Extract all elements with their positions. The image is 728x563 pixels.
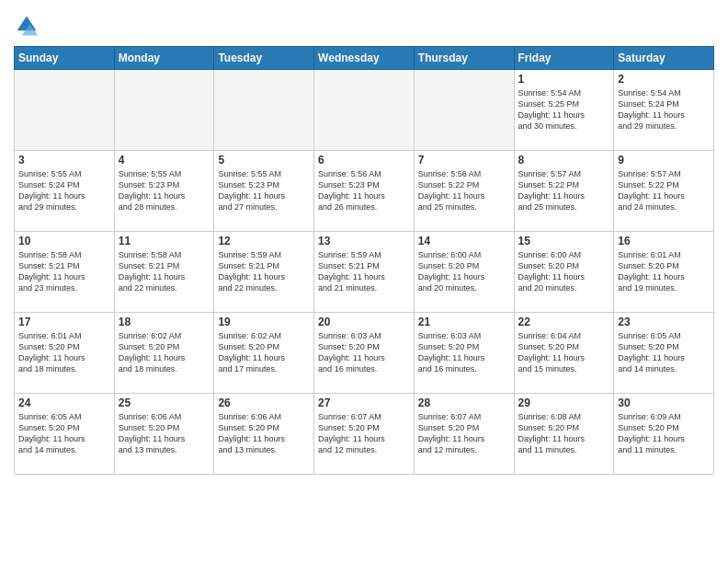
day-info: Sunrise: 6:05 AM Sunset: 5:20 PM Dayligh… — [18, 411, 110, 456]
calendar-cell: 24Sunrise: 6:05 AM Sunset: 5:20 PM Dayli… — [15, 394, 115, 475]
day-info: Sunrise: 6:06 AM Sunset: 5:20 PM Dayligh… — [218, 411, 310, 456]
calendar-cell: 27Sunrise: 6:07 AM Sunset: 5:20 PM Dayli… — [314, 394, 415, 475]
day-info: Sunrise: 6:05 AM Sunset: 5:20 PM Dayligh… — [618, 330, 710, 375]
day-info: Sunrise: 5:57 AM Sunset: 5:22 PM Dayligh… — [618, 168, 710, 213]
day-number: 20 — [318, 316, 410, 328]
weekday-header-tuesday: Tuesday — [214, 47, 314, 70]
calendar-cell: 8Sunrise: 5:57 AM Sunset: 5:22 PM Daylig… — [514, 151, 614, 232]
calendar-cell: 5Sunrise: 5:55 AM Sunset: 5:23 PM Daylig… — [214, 151, 314, 232]
day-number: 8 — [518, 154, 610, 167]
day-info: Sunrise: 5:54 AM Sunset: 5:24 PM Dayligh… — [618, 87, 710, 132]
day-info: Sunrise: 5:56 AM Sunset: 5:23 PM Dayligh… — [318, 168, 410, 213]
day-number: 29 — [518, 396, 610, 409]
calendar-cell: 22Sunrise: 6:04 AM Sunset: 5:20 PM Dayli… — [514, 313, 614, 394]
day-info: Sunrise: 6:08 AM Sunset: 5:20 PM Dayligh… — [518, 411, 610, 456]
day-info: Sunrise: 5:58 AM Sunset: 5:21 PM Dayligh… — [18, 249, 110, 294]
header — [14, 9, 714, 39]
day-info: Sunrise: 6:04 AM Sunset: 5:20 PM Dayligh… — [518, 330, 610, 375]
day-number: 16 — [618, 235, 710, 247]
day-info: Sunrise: 5:54 AM Sunset: 5:25 PM Dayligh… — [518, 87, 610, 132]
day-number: 18 — [119, 316, 210, 328]
weekday-header-wednesday: Wednesday — [314, 47, 415, 70]
calendar-cell: 17Sunrise: 6:01 AM Sunset: 5:20 PM Dayli… — [15, 313, 115, 394]
day-info: Sunrise: 5:55 AM Sunset: 5:23 PM Dayligh… — [218, 168, 310, 213]
logo — [14, 13, 43, 39]
day-info: Sunrise: 5:55 AM Sunset: 5:24 PM Dayligh… — [18, 168, 110, 213]
calendar-cell: 23Sunrise: 6:05 AM Sunset: 5:20 PM Dayli… — [614, 313, 714, 394]
day-info: Sunrise: 5:59 AM Sunset: 5:21 PM Dayligh… — [318, 249, 410, 294]
day-info: Sunrise: 6:03 AM Sunset: 5:20 PM Dayligh… — [418, 330, 510, 375]
calendar-cell: 16Sunrise: 6:01 AM Sunset: 5:20 PM Dayli… — [614, 232, 714, 313]
calendar-week-2: 3Sunrise: 5:55 AM Sunset: 5:24 PM Daylig… — [15, 151, 714, 232]
day-info: Sunrise: 5:59 AM Sunset: 5:21 PM Dayligh… — [218, 249, 310, 294]
calendar-cell: 1Sunrise: 5:54 AM Sunset: 5:25 PM Daylig… — [514, 70, 614, 151]
calendar-cell: 28Sunrise: 6:07 AM Sunset: 5:20 PM Dayli… — [414, 394, 514, 475]
day-info: Sunrise: 6:03 AM Sunset: 5:20 PM Dayligh… — [318, 330, 410, 375]
calendar-cell: 18Sunrise: 6:02 AM Sunset: 5:20 PM Dayli… — [114, 313, 214, 394]
logo-icon — [14, 13, 40, 39]
weekday-header-saturday: Saturday — [614, 47, 714, 70]
calendar-cell: 14Sunrise: 6:00 AM Sunset: 5:20 PM Dayli… — [414, 232, 514, 313]
day-info: Sunrise: 6:00 AM Sunset: 5:20 PM Dayligh… — [418, 249, 510, 294]
calendar-cell: 26Sunrise: 6:06 AM Sunset: 5:20 PM Dayli… — [214, 394, 314, 475]
day-number: 28 — [418, 396, 510, 409]
day-number: 26 — [218, 396, 310, 409]
calendar-cell: 3Sunrise: 5:55 AM Sunset: 5:24 PM Daylig… — [15, 151, 115, 232]
day-number: 6 — [318, 154, 410, 167]
day-info: Sunrise: 6:01 AM Sunset: 5:20 PM Dayligh… — [18, 330, 110, 375]
day-number: 30 — [618, 396, 710, 409]
day-number: 25 — [119, 396, 210, 409]
page: SundayMondayTuesdayWednesdayThursdayFrid… — [0, 0, 728, 563]
calendar-cell: 11Sunrise: 5:58 AM Sunset: 5:21 PM Dayli… — [114, 232, 214, 313]
day-number: 24 — [18, 396, 110, 409]
weekday-header-monday: Monday — [114, 47, 214, 70]
calendar-cell: 21Sunrise: 6:03 AM Sunset: 5:20 PM Dayli… — [414, 313, 514, 394]
calendar-week-5: 24Sunrise: 6:05 AM Sunset: 5:20 PM Dayli… — [15, 394, 714, 475]
calendar-cell: 9Sunrise: 5:57 AM Sunset: 5:22 PM Daylig… — [614, 151, 714, 232]
day-info: Sunrise: 5:58 AM Sunset: 5:21 PM Dayligh… — [119, 249, 210, 294]
calendar-week-1: 1Sunrise: 5:54 AM Sunset: 5:25 PM Daylig… — [15, 70, 714, 151]
day-number: 4 — [119, 154, 210, 167]
day-info: Sunrise: 6:01 AM Sunset: 5:20 PM Dayligh… — [618, 249, 710, 294]
day-number: 3 — [18, 154, 110, 167]
calendar-table: SundayMondayTuesdayWednesdayThursdayFrid… — [14, 46, 714, 475]
weekday-header-row: SundayMondayTuesdayWednesdayThursdayFrid… — [15, 47, 714, 70]
calendar-cell: 15Sunrise: 6:00 AM Sunset: 5:20 PM Dayli… — [514, 232, 614, 313]
day-info: Sunrise: 5:57 AM Sunset: 5:22 PM Dayligh… — [518, 168, 610, 213]
day-number: 15 — [518, 235, 610, 247]
day-number: 17 — [18, 316, 110, 328]
calendar-cell — [414, 70, 514, 151]
day-number: 9 — [618, 154, 710, 167]
day-number: 10 — [18, 235, 110, 247]
weekday-header-sunday: Sunday — [15, 47, 115, 70]
day-number: 23 — [618, 316, 710, 328]
day-number: 14 — [418, 235, 510, 247]
calendar-cell: 19Sunrise: 6:02 AM Sunset: 5:20 PM Dayli… — [214, 313, 314, 394]
day-number: 2 — [618, 73, 710, 86]
calendar-cell: 29Sunrise: 6:08 AM Sunset: 5:20 PM Dayli… — [514, 394, 614, 475]
calendar-cell: 12Sunrise: 5:59 AM Sunset: 5:21 PM Dayli… — [214, 232, 314, 313]
calendar-cell — [114, 70, 214, 151]
day-info: Sunrise: 6:07 AM Sunset: 5:20 PM Dayligh… — [418, 411, 510, 456]
day-info: Sunrise: 6:02 AM Sunset: 5:20 PM Dayligh… — [218, 330, 310, 375]
svg-marker-0 — [17, 17, 37, 31]
calendar-cell: 4Sunrise: 5:55 AM Sunset: 5:23 PM Daylig… — [114, 151, 214, 232]
day-info: Sunrise: 6:07 AM Sunset: 5:20 PM Dayligh… — [318, 411, 410, 456]
day-info: Sunrise: 6:02 AM Sunset: 5:20 PM Dayligh… — [119, 330, 210, 375]
calendar-cell — [314, 70, 415, 151]
weekday-header-friday: Friday — [514, 47, 614, 70]
calendar-cell: 13Sunrise: 5:59 AM Sunset: 5:21 PM Dayli… — [314, 232, 415, 313]
day-number: 5 — [218, 154, 310, 167]
calendar-cell: 6Sunrise: 5:56 AM Sunset: 5:23 PM Daylig… — [314, 151, 415, 232]
day-info: Sunrise: 6:06 AM Sunset: 5:20 PM Dayligh… — [119, 411, 210, 456]
day-number: 1 — [518, 73, 610, 86]
calendar-cell: 30Sunrise: 6:09 AM Sunset: 5:20 PM Dayli… — [614, 394, 714, 475]
day-number: 11 — [119, 235, 210, 247]
day-number: 27 — [318, 396, 410, 409]
day-number: 19 — [218, 316, 310, 328]
day-info: Sunrise: 5:55 AM Sunset: 5:23 PM Dayligh… — [119, 168, 210, 213]
calendar-cell: 20Sunrise: 6:03 AM Sunset: 5:20 PM Dayli… — [314, 313, 415, 394]
day-number: 12 — [218, 235, 310, 247]
day-info: Sunrise: 6:00 AM Sunset: 5:20 PM Dayligh… — [518, 249, 610, 294]
day-number: 22 — [518, 316, 610, 328]
